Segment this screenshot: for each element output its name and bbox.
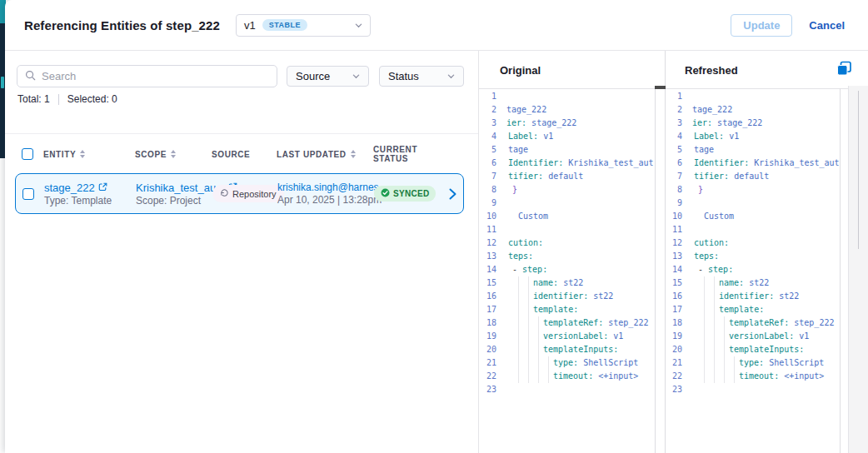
code-line: 16identifier: st22 <box>479 290 655 303</box>
entity-row[interactable]: stage_222 Type: Template Krishika_test_a… <box>15 173 464 214</box>
chevron-down-icon <box>352 72 360 80</box>
source-cell: Repository <box>212 185 277 202</box>
code-line: 23 <box>665 383 840 396</box>
code-line: 22timeout: <+input> <box>479 370 655 383</box>
column-header-entity[interactable]: ENTITY <box>43 150 135 159</box>
code-line: 10Custom <box>479 210 655 223</box>
table-header: ENTITY SCOPE SOURCE LAST UPDATED <box>15 144 468 164</box>
status-cell: SYNCED <box>374 186 442 202</box>
version-stable-badge: STABLE <box>262 19 307 31</box>
refreshed-panel-title: Refreshed <box>685 64 738 77</box>
original-scrollbar[interactable] <box>655 88 656 453</box>
refreshed-code-editor[interactable]: 12tage_2223ier: stage_2224Label: v15tage… <box>665 90 840 396</box>
code-line: 17template: <box>479 303 655 316</box>
source-filter-select[interactable]: Source <box>287 66 369 87</box>
code-line: 15name: st22 <box>665 276 840 290</box>
screen: Referencing Entities of step_222 v1 STAB… <box>0 0 868 453</box>
column-header-current-status: CURRENT STATUS <box>373 145 441 163</box>
scope-link[interactable]: Krishika_test_au... <box>136 182 225 194</box>
code-line: 4Label: v1 <box>479 130 655 143</box>
page-title: Referencing Entities of step_222 <box>24 18 220 32</box>
cancel-button[interactable]: Cancel <box>809 19 845 32</box>
entity-link[interactable]: stage_222 <box>44 182 95 194</box>
refreshed-scrollbar[interactable] <box>840 88 841 453</box>
repository-icon <box>220 188 229 199</box>
code-line: 1 <box>665 90 840 103</box>
code-line: 16identifier: st22 <box>665 290 840 303</box>
update-button[interactable]: Update <box>731 14 792 37</box>
original-code-editor[interactable]: 12tage_2223ier: stage_2224Label: v15tage… <box>479 90 655 396</box>
sort-icon[interactable] <box>351 150 356 158</box>
copy-icon[interactable] <box>836 61 852 77</box>
row-expand-chevron[interactable] <box>442 188 463 200</box>
source-badge: Repository <box>212 185 284 202</box>
code-line: 18templateRef: step_222 <box>479 316 655 330</box>
entity-cell: stage_222 Type: Template <box>44 182 136 207</box>
scrollbar-thumb[interactable] <box>655 86 666 89</box>
totals-row: Total: 1 Selected: 0 <box>17 93 117 105</box>
code-line: 11 <box>665 223 840 236</box>
version-select[interactable]: v1 STABLE <box>236 14 371 37</box>
version-label: v1 <box>244 19 256 32</box>
synced-check-icon <box>381 188 390 199</box>
code-line: 2tage_222 <box>479 103 655 117</box>
external-link-icon[interactable] <box>98 182 107 194</box>
code-line: 4Label: v1 <box>665 130 840 143</box>
updated-at: Apr 10, 2025 | 13:28pm <box>277 194 374 206</box>
code-line: 19versionLabel: v1 <box>479 330 655 343</box>
code-line: 12cution: <box>479 236 655 250</box>
code-line: 11 <box>479 223 655 236</box>
code-line: 19versionLabel: v1 <box>665 330 840 343</box>
code-line: 21type: ShellScript <box>665 356 840 370</box>
scrollbar-thumb[interactable] <box>858 91 859 249</box>
code-line: 18templateRef: step_222 <box>665 316 840 330</box>
code-line: 12cution: <box>665 236 840 250</box>
referencing-entities-modal: Referencing Entities of step_222 v1 STAB… <box>5 0 868 453</box>
code-line: 3ier: stage_222 <box>479 117 655 130</box>
status-filter-select[interactable]: Status <box>379 66 464 87</box>
code-line: 8} <box>665 183 840 197</box>
code-line: 1 <box>479 90 655 103</box>
chevron-down-icon <box>447 72 455 80</box>
search-icon <box>25 69 36 84</box>
updated-by-link[interactable]: krishika.singh@harnes... <box>277 182 387 193</box>
code-line: 9 <box>479 197 655 210</box>
sort-icon[interactable] <box>171 150 176 158</box>
search-box <box>17 65 277 87</box>
column-header-scope[interactable]: SCOPE <box>135 150 212 159</box>
code-line: 22timeout: <+input> <box>665 370 840 383</box>
code-line: 20templateInputs: <box>665 343 840 356</box>
code-line: 14- step: <box>665 263 840 276</box>
total-count: Total: 1 <box>17 93 50 105</box>
list-divider <box>5 133 478 134</box>
scope-level: Scope: Project <box>136 195 212 207</box>
original-panel-title: Original <box>500 64 541 77</box>
select-all-checkbox[interactable] <box>22 148 33 160</box>
yaml-diff-pane: Original Refreshed 12tage_2223ier: stage… <box>479 51 868 453</box>
code-line: 5tage <box>665 143 840 157</box>
code-line: 2tage_222 <box>665 103 840 117</box>
code-line: 6Identifier: Krishika_test_aut <box>665 157 840 170</box>
code-line: 20templateInputs: <box>479 343 655 356</box>
code-line: 13teps: <box>665 250 840 263</box>
source-filter-label: Source <box>296 70 330 82</box>
selected-count: Selected: 0 <box>67 93 117 105</box>
code-line: 8} <box>479 183 655 197</box>
code-line: 7tifier: default <box>665 170 840 183</box>
column-header-last-updated[interactable]: LAST UPDATED <box>277 150 373 159</box>
code-line: 13teps: <box>479 250 655 263</box>
code-line: 10Custom <box>665 210 840 223</box>
entity-type: Type: Template <box>44 195 136 207</box>
code-line: 6Identifier: Krishika_test_aut <box>479 157 655 170</box>
entities-pane: Source Status Total: 1 Selected: 0 <box>5 51 479 453</box>
sort-icon[interactable] <box>80 150 85 158</box>
background-nav-accent <box>1 77 4 88</box>
code-line: 15name: st22 <box>479 276 655 290</box>
code-line: 9 <box>665 197 840 210</box>
modal-body: Source Status Total: 1 Selected: 0 <box>5 51 868 453</box>
status-badge: SYNCED <box>374 186 436 202</box>
search-input[interactable] <box>42 70 269 82</box>
row-checkbox[interactable] <box>22 188 34 200</box>
code-line: 3ier: stage_222 <box>665 117 840 130</box>
scrollbar-track[interactable] <box>848 86 868 453</box>
